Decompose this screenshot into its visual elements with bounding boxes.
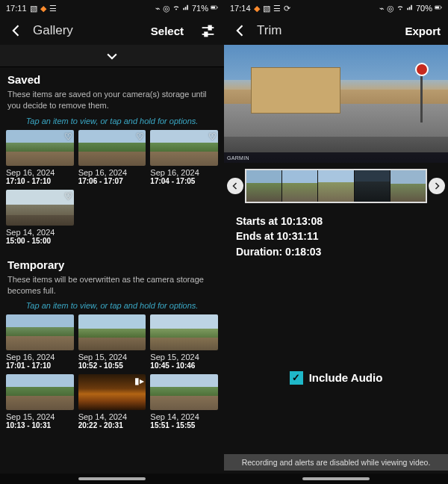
tile-date: Sep 15, 2024 [78, 353, 146, 362]
video-icon: ▮▸ [134, 376, 144, 386]
svg-rect-8 [435, 7, 439, 9]
frame [246, 170, 281, 202]
temporary-item[interactable]: ▮▸ Sep 14, 2024 20:22 - 20:31 [78, 374, 146, 429]
temporary-item[interactable]: Sep 15, 2024 10:13 - 10:31 [6, 374, 74, 429]
tile-time: 17:06 - 17:07 [78, 177, 146, 185]
temporary-item[interactable]: Sep 15, 2024 10:45 - 10:46 [150, 314, 218, 370]
video-preview[interactable]: GARMIN [224, 45, 448, 163]
tile-time: 17:01 - 17:10 [6, 362, 74, 370]
favorite-icon: ♡ [136, 131, 144, 142]
tile-time: 15:51 - 15:55 [150, 421, 218, 429]
temporary-item[interactable]: Sep 16, 2024 17:01 - 17:10 [6, 314, 74, 370]
section-hint-saved: Tap an item to view, or tap and hold for… [0, 114, 224, 130]
chevron-down-icon [105, 49, 119, 63]
saved-grid: ♡ Sep 16, 2024 17:10 - 17:10 ♡ Sep 16, 2… [0, 130, 224, 252]
tile-date: Sep 16, 2024 [6, 353, 74, 362]
tile-date: Sep 16, 2024 [78, 168, 146, 177]
ends-at: Ends at 10:31:11 [236, 229, 436, 243]
tile-time: 10:52 - 10:55 [78, 362, 146, 370]
starts-at: Starts at 10:13:08 [236, 214, 436, 229]
status-app-icon-3: ☰ [49, 4, 57, 13]
battery-icon [211, 4, 218, 13]
nfc-icon: ◎ [387, 4, 394, 13]
tune-icon[interactable] [199, 22, 217, 40]
temporary-item[interactable]: Sep 14, 2024 15:51 - 15:55 [150, 374, 218, 429]
include-audio-label: Include Audio [309, 371, 383, 384]
thumbnail: ♡ [150, 130, 218, 166]
thumbnail [150, 314, 218, 350]
page-title: Trim [257, 23, 281, 38]
chevron-left-icon [231, 182, 240, 190]
svg-rect-1 [211, 7, 215, 9]
android-nav-bar[interactable] [224, 474, 448, 484]
status-app-icon: ▧ [30, 4, 37, 13]
phone-left-gallery: 17:11 ▧ ◆ ☰ ⌁ ◎ 71% Gallery Select [0, 0, 224, 484]
tile-date: Sep 14, 2024 [6, 228, 74, 237]
back-icon[interactable] [7, 22, 25, 40]
overlay-brand: GARMIN [227, 155, 249, 161]
checkbox-checked-icon: ✓ [290, 371, 303, 385]
thumbnail [6, 374, 74, 410]
section-desc-saved: These items are saved on your camera(s) … [0, 89, 224, 114]
collapse-toggle[interactable] [0, 45, 224, 67]
svg-rect-6 [205, 32, 208, 36]
section-hint-temporary: Tap an item to view, or tap and hold for… [0, 299, 224, 314]
favorite-icon: ♡ [64, 191, 72, 202]
battery-text: 70% [416, 4, 432, 13]
filmstrip-next-button[interactable] [429, 178, 445, 194]
thumbnail: ♡ [6, 190, 74, 226]
video-overlay: GARMIN [224, 152, 448, 163]
wifi-icon [396, 4, 404, 13]
wifi-icon [172, 4, 180, 13]
app-bar: Gallery Select [0, 16, 224, 45]
thumbnail [6, 314, 74, 350]
frame [318, 170, 353, 202]
duration: Duration: 0:18:03 [236, 244, 436, 259]
svg-rect-2 [217, 7, 218, 8]
tile-date: Sep 16, 2024 [6, 168, 74, 177]
filmstrip [224, 163, 448, 208]
tile-date: Sep 15, 2024 [6, 412, 74, 421]
saved-item[interactable]: ♡ Sep 16, 2024 17:10 - 17:10 [6, 130, 74, 185]
section-title-saved: Saved [0, 67, 224, 89]
tile-date: Sep 16, 2024 [150, 168, 218, 177]
tile-date: Sep 14, 2024 [78, 412, 146, 421]
tile-time: 15:00 - 15:00 [6, 237, 74, 245]
saved-item[interactable]: ♡ Sep 16, 2024 17:06 - 17:07 [78, 130, 146, 185]
status-app-icon-3: ☰ [273, 4, 281, 13]
status-bar: 17:14 ◆ ▧ ☰ ⟳ ⌁ ◎ 70% [224, 0, 448, 16]
frame [391, 170, 426, 202]
chevron-right-icon [432, 182, 441, 190]
android-nav-bar[interactable] [0, 474, 224, 484]
saved-item[interactable]: ♡ Sep 14, 2024 15:00 - 15:00 [6, 190, 74, 245]
back-icon[interactable] [231, 22, 249, 40]
filmstrip-frames[interactable] [245, 169, 427, 203]
battery-text: 71% [192, 4, 208, 13]
trim-info: Starts at 10:13:08 Ends at 10:31:11 Dura… [224, 208, 448, 267]
tile-time: 17:04 - 17:05 [150, 177, 218, 185]
status-app-icon-4: ⟳ [284, 4, 290, 13]
bluetooth-icon: ⌁ [379, 4, 385, 13]
filmstrip-prev-button[interactable] [227, 178, 243, 194]
favorite-icon: ♡ [208, 131, 217, 142]
export-button[interactable]: Export [405, 25, 441, 37]
thumbnail [78, 314, 146, 350]
tile-time: 10:45 - 10:46 [150, 362, 218, 370]
phone-right-trim: 17:14 ◆ ▧ ☰ ⟳ ⌁ ◎ 70% Trim Export [224, 0, 448, 484]
temporary-item[interactable]: Sep 15, 2024 10:52 - 10:55 [78, 314, 146, 370]
bluetooth-icon: ⌁ [155, 4, 161, 13]
nfc-icon: ◎ [163, 4, 170, 13]
tile-time: 10:13 - 10:31 [6, 421, 74, 429]
favorite-icon: ♡ [64, 131, 72, 142]
status-bar: 17:11 ▧ ◆ ☰ ⌁ ◎ 71% [0, 0, 224, 16]
thumbnail: ♡ [6, 130, 74, 166]
signal-icon [182, 4, 190, 13]
select-button[interactable]: Select [151, 25, 184, 37]
tile-time: 17:10 - 17:10 [6, 177, 74, 185]
include-audio-toggle[interactable]: ✓ Include Audio [224, 371, 448, 385]
saved-item[interactable]: ♡ Sep 16, 2024 17:04 - 17:05 [150, 130, 218, 185]
status-app-icon-2: ▧ [263, 4, 270, 13]
tile-date: Sep 14, 2024 [150, 412, 218, 421]
battery-icon [435, 4, 442, 13]
svg-rect-5 [208, 25, 211, 29]
